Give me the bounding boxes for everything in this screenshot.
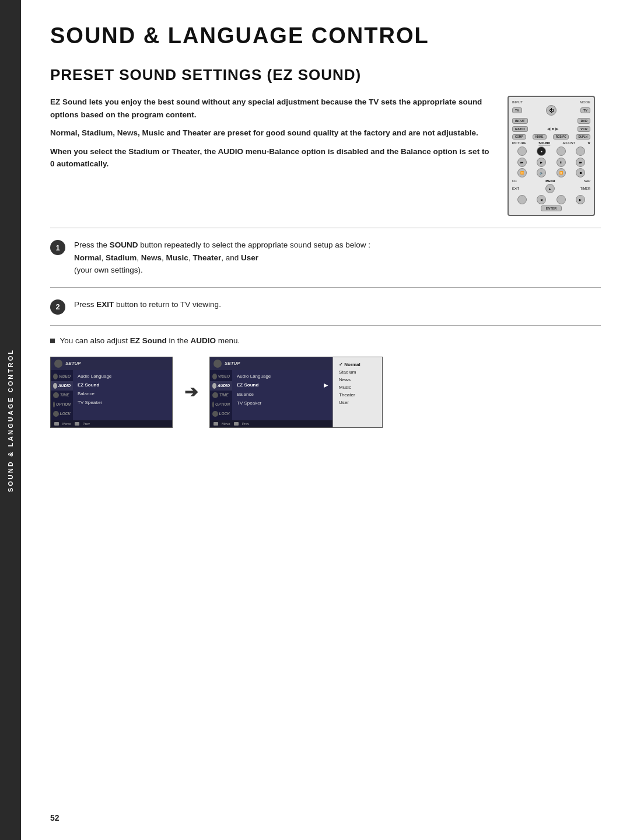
remote-row-exit: EXIT ▲ TIMER xyxy=(512,184,590,193)
remote-enter-btn[interactable] xyxy=(556,195,566,204)
screen1-item-audio-lang: Audio Language xyxy=(73,372,172,381)
remote-ff-btn[interactable]: ⏭ xyxy=(576,158,585,167)
screen2-footer-prev: Prev xyxy=(242,422,249,426)
intro-para1: EZ Sound lets you enjoy the best sound w… xyxy=(50,96,490,121)
screen2-menu: VIDEO AUDIO TIME xyxy=(210,370,332,420)
section-heading: PRESET SOUND SETTINGS (EZ SOUND) xyxy=(50,66,601,84)
screen1-footer-icon xyxy=(54,422,59,426)
remote-row-nav: ◀ ▶ xyxy=(512,195,590,204)
screen2-icons: VIDEO AUDIO TIME xyxy=(210,370,232,420)
screen2-item-audio-lang: Audio Language xyxy=(232,372,332,381)
submenu-item-theater: Theater xyxy=(339,391,376,399)
remote-left-btn[interactable]: ◀ xyxy=(537,195,546,204)
screen-2-main: SETUP VIDEO AUDIO xyxy=(210,357,332,427)
remote-sound-btn[interactable]: ● xyxy=(537,147,546,156)
remote-vcr-btn[interactable]: VCR xyxy=(578,126,590,132)
remote-control-container: INPUT MODE TV ⏻ TV INPUT DVD xyxy=(508,96,601,216)
remote-exit-btn[interactable] xyxy=(517,195,527,204)
remote-btn3[interactable] xyxy=(556,147,566,156)
remote-star-label: ★ xyxy=(587,141,590,145)
remote-vol-btn[interactable]: 🔉 xyxy=(537,168,546,177)
remote-comp-btn[interactable]: COMP xyxy=(512,134,526,140)
remote-skip-btn[interactable]: ⏩ xyxy=(556,168,566,177)
remote-row-input: INPUT DVD xyxy=(512,118,590,124)
screen2-item-ez-sound: EZ Sound ▶ xyxy=(232,381,332,390)
sidebar-label: SOUND & LANGUAGE CONTROL xyxy=(7,348,14,492)
step-2-content: Press EXIT button to return to TV viewin… xyxy=(74,298,601,315)
remote-tv2-btn[interactable]: TV xyxy=(580,107,590,113)
remote-dupln-btn[interactable]: DUPLN xyxy=(576,134,591,140)
remote-btn4[interactable] xyxy=(576,147,585,156)
submenu-item-user: User xyxy=(339,399,376,406)
sidebar: SOUND & LANGUAGE CONTROL xyxy=(0,0,21,840)
divider-2 xyxy=(50,287,601,288)
screen-2-container: SETUP VIDEO AUDIO xyxy=(209,357,383,428)
step-2-text: Press EXIT button to return to TV viewin… xyxy=(74,298,601,311)
remote-top-labels: INPUT MODE xyxy=(512,100,590,104)
screen2-icon-option: OPTION xyxy=(210,400,232,409)
remote-row-media1: ⏮ ▶ ⏸ ⏭ xyxy=(512,158,590,167)
page-number: 52 xyxy=(50,813,60,822)
remote-right-btn[interactable]: ▶ xyxy=(576,195,585,204)
screen1-item-tv-speaker: TV Speaker xyxy=(73,398,172,407)
remote-cc-label: CC xyxy=(512,179,517,183)
intro-text: EZ Sound lets you enjoy the best sound w… xyxy=(50,96,490,216)
remote-hdmi-btn[interactable]: HDMI1 xyxy=(533,134,547,140)
screen1-menu: VIDEO AUDIO TIME OPTION xyxy=(51,370,172,420)
screens-container: SETUP VIDEO AUDIO xyxy=(50,357,601,428)
note-bullet xyxy=(50,339,55,343)
intro-para2: Normal, Stadium, News, Music and Theater… xyxy=(50,127,490,140)
screen2-item-balance: Balance xyxy=(232,390,332,399)
remote-pause-btn[interactable]: ⏸ xyxy=(556,158,566,167)
step-1: 1 Press the SOUND button repeatedly to s… xyxy=(50,239,601,277)
screen2-icon-audio: AUDIO xyxy=(210,381,232,391)
remote-dvd-btn[interactable]: DVD xyxy=(578,118,590,124)
screen2-header-text: SETUP xyxy=(225,361,240,366)
remote-power-btn[interactable]: ⏻ xyxy=(546,105,556,116)
remote-prev-btn[interactable]: ⏪ xyxy=(517,168,527,177)
screen1-icons: VIDEO AUDIO TIME OPTION xyxy=(51,370,73,420)
screen1-footer: Move Prev xyxy=(51,420,172,427)
screen1-footer-prev: Prev xyxy=(83,422,90,426)
step-1-options: Normal, Stadium, News, Music, Theater, a… xyxy=(74,252,601,277)
screen2-item-tv-speaker: TV Speaker xyxy=(232,399,332,407)
screen2-submenu: ✓ Normal Stadium News Music Theater User xyxy=(332,357,382,427)
screen2-header: SETUP xyxy=(210,357,332,370)
page-title: SOUND & LANGUAGE CONTROL xyxy=(50,23,601,48)
step-1-number: 1 xyxy=(50,240,65,255)
screen1-item-ez-sound: EZ Sound xyxy=(73,381,172,389)
remote-row-enter: ENTER xyxy=(512,205,590,211)
remote-btn1[interactable] xyxy=(517,147,527,156)
remote-sound-label: SOUND xyxy=(538,141,550,145)
screen-1: SETUP VIDEO AUDIO xyxy=(50,357,173,428)
remote-rew-btn[interactable]: ⏮ xyxy=(517,158,527,167)
screen2-icon xyxy=(214,360,222,368)
screen1-footer-icon2 xyxy=(75,422,79,426)
remote-ratio-btn[interactable]: RATIO xyxy=(512,126,528,132)
page-container: SOUND & LANGUAGE CONTROL SOUND & LANGUAG… xyxy=(0,0,630,840)
remote-input-label: INPUT xyxy=(512,100,523,104)
remote-row-comp: COMP HDMI1 RGB-PC DUPLN xyxy=(512,134,590,140)
screen1-icon xyxy=(54,360,62,368)
screen1-header-text: SETUP xyxy=(65,361,81,366)
remote-stop-btn[interactable]: ⏹ xyxy=(576,168,585,177)
remote-tv-btn[interactable]: TV xyxy=(512,107,522,113)
remote-enter-label: ENTER xyxy=(541,205,562,211)
remote-input-btn[interactable]: INPUT xyxy=(512,118,528,124)
remote-adjust-label: ADJUST xyxy=(562,141,575,145)
remote-row-4btns: ● xyxy=(512,147,590,156)
remote-row-picture: PICTURE SOUND ADJUST ★ xyxy=(512,141,590,145)
submenu-item-normal: ✓ Normal xyxy=(339,361,376,368)
main-content: SOUND & LANGUAGE CONTROL PRESET SOUND SE… xyxy=(21,0,630,840)
note: You can also adjust EZ Sound in the AUDI… xyxy=(50,336,601,345)
remote-row-ratio: RATIO ◀ ■ ▶ VCR xyxy=(512,126,590,132)
screen1-item-balance: Balance xyxy=(73,389,172,398)
remote-play-btn[interactable]: ▶ xyxy=(537,158,546,167)
remote-exit-label: EXIT xyxy=(512,187,519,190)
screen1-footer-move: Move xyxy=(62,422,71,426)
remote-up-btn[interactable]: ▲ xyxy=(545,184,555,193)
screen2-content: Audio Language EZ Sound ▶ Balance TV Spe… xyxy=(232,370,332,420)
remote-sap-label: SAP xyxy=(584,179,590,183)
screen1-header: SETUP xyxy=(51,357,172,370)
remote-rgb-btn[interactable]: RGB-PC xyxy=(553,134,569,140)
